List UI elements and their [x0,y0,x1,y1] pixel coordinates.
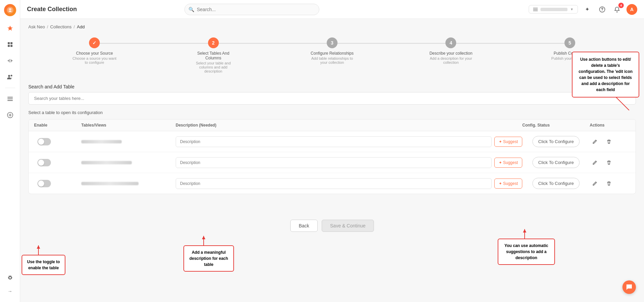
step-5-circle: 5 [564,37,575,48]
table-header: Enable Tables/Views Description (Needed)… [29,119,636,131]
step-3-circle: 3 [327,37,338,48]
back-button[interactable]: Back [290,220,318,232]
page-title: Create Collection [27,6,77,13]
suggest-btn-3[interactable]: ✦ Suggest [494,179,522,189]
step-3: 3 Configure Relationships Add table rela… [273,37,391,64]
help-icon[interactable] [597,4,608,15]
sidebar-item-add[interactable] [3,108,17,122]
delete-btn-3[interactable] [604,179,614,189]
col-description: Description (Needed) [176,123,522,128]
config-btn-2[interactable]: Click To Configure [532,157,579,168]
spacer [28,194,636,214]
chat-widget[interactable] [622,280,636,294]
action-btns-3 [590,179,630,189]
actions-callout: Use action buttons to edit/ delete a tab… [572,52,639,98]
svg-point-21 [627,286,628,287]
search-table-label: Search and Add Table [28,84,636,89]
table-name-blurred-3 [81,182,139,185]
sidebar-item-connections[interactable] [3,54,17,67]
enable-toggle-1[interactable] [37,138,51,145]
step-4-line [451,43,569,44]
table-name-1 [81,140,176,143]
desc-callout-container: Add a meaningful description for each ta… [183,245,234,272]
table-row: ✦ Suggest Click To Configure [29,152,636,173]
svg-marker-15 [37,245,40,249]
desc-callout: Add a meaningful description for each ta… [183,245,234,272]
search-container: 🔍 [184,4,319,15]
suggest-btn-2[interactable]: ✦ Suggest [494,158,522,168]
sidebar-item-settings[interactable] [3,271,17,284]
desc-wrap-1: ✦ Suggest [176,136,522,147]
sidebar-item-people[interactable] [3,70,17,84]
sparkle-icon[interactable]: ✦ [582,4,593,15]
sidebar-item-list[interactable] [3,92,17,106]
breadcrumb-collections[interactable]: Collections [50,24,72,29]
search-table-input[interactable] [28,92,636,105]
svg-rect-1 [8,42,10,44]
config-table: Enable Tables/Views Description (Needed)… [28,119,636,194]
breadcrumb-ask-neo[interactable]: Ask Neo [28,24,45,29]
step-2-circle: 2 [208,37,219,48]
bottom-bar: Back Save & Continue [28,214,636,237]
search-icon: 🔍 [188,7,194,12]
desc-input-2[interactable] [176,157,492,168]
config-btn-cell-3: Click To Configure [522,178,590,189]
save-continue-button[interactable]: Save & Continue [322,220,374,232]
edit-btn-1[interactable] [590,137,600,147]
table-row: ✦ Suggest Click To Configure [29,173,636,194]
toggle-callout-arrow [35,245,42,255]
suggest-callout: You can use automatic suggestions to add… [498,239,555,265]
topbar: Create Collection 🔍 ▼ ✦ 4 [20,0,644,19]
user-avatar[interactable]: A [626,4,637,15]
toggle-callout: Use the toggle to enable the table [22,255,65,275]
step-4-circle: 4 [445,37,456,48]
sidebar-item-grid[interactable] [3,38,17,51]
breadcrumb-current: Add [77,24,85,29]
svg-point-11 [9,277,11,279]
user-selector[interactable]: ▼ [529,5,578,13]
step-1-line [94,43,213,44]
svg-rect-7 [7,97,13,98]
edit-btn-2[interactable] [590,158,600,168]
config-btn-3[interactable]: Click To Configure [532,178,579,189]
table-name-2 [81,161,176,164]
app-logo [4,4,16,16]
sidebar-item-launch[interactable] [3,22,17,35]
suggest-btn-1[interactable]: ✦ Suggest [494,137,522,147]
enable-toggle-2[interactable] [37,159,51,166]
desc-input-3[interactable] [176,178,492,189]
step-4-label: Describe your collection [430,51,472,56]
breadcrumb: Ask Neo / Collections / Add [28,24,636,29]
search-input[interactable] [184,4,319,15]
svg-point-13 [602,10,603,11]
step-4: 4 Describe your collection Add a descrip… [391,37,510,64]
config-btn-cell-1: Click To Configure [522,136,590,147]
chevron-down-icon: ▼ [570,7,574,11]
delete-btn-2[interactable] [604,158,614,168]
enable-toggle-3[interactable] [37,180,51,187]
desc-wrap-2: ✦ Suggest [176,157,522,168]
user-name-blurred [540,8,567,11]
col-tables-views: Tables/Views [81,123,176,128]
notification-icon[interactable]: 4 [612,4,622,15]
svg-point-22 [629,286,630,287]
action-btns-2 [590,158,630,168]
toggle-cell-1 [34,138,81,145]
sidebar-collapse[interactable]: → [3,284,17,298]
toggle-cell-3 [34,180,81,187]
config-btn-1[interactable]: Click To Configure [532,136,579,147]
svg-rect-2 [10,42,12,44]
toggle-callout-container: Use the toggle to enable the table [22,255,65,275]
col-config-status: Config. Status [522,123,590,128]
table-name-3 [81,182,176,185]
step-1-circle: ✓ [89,37,100,48]
desc-wrap-3: ✦ Suggest [176,178,522,189]
actions-callout-container: Use action buttons to edit/ delete a tab… [572,52,639,98]
table-name-blurred-1 [81,140,122,143]
svg-line-20 [616,97,629,110]
delete-btn-1[interactable] [604,137,614,147]
edit-btn-3[interactable] [590,179,600,189]
step-3-sublabel: Add table relationships to your collecti… [309,56,356,64]
desc-input-1[interactable] [176,136,492,147]
notification-count: 4 [618,3,624,8]
